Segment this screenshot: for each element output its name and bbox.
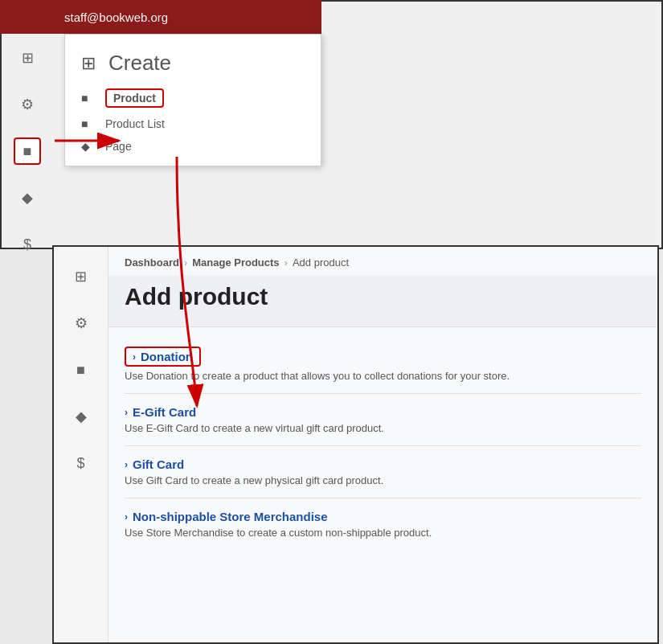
- popup-menu-items: ■ Product ■ Product List ◆ Page: [65, 84, 321, 166]
- product-type-donation: › Donation Use Donation to create a prod…: [125, 335, 641, 394]
- egift-label: E-Gift Card: [133, 405, 196, 419]
- popup-item-product[interactable]: ■ Product: [73, 84, 313, 113]
- popup-create-title: Create: [108, 51, 171, 76]
- nonshippable-label: Non-shippable Store Merchandise: [133, 510, 328, 523]
- popup-page-label: Page: [105, 140, 132, 153]
- page-title: Add product: [125, 283, 641, 310]
- main-panel: ⊞ ⚙ ■ ◆ $ Dashboard › Manage Products › …: [52, 245, 659, 644]
- product-type-egift: › E-Gift Card Use E-Gift Card to create …: [125, 394, 641, 446]
- main-content: Dashboard › Manage Products › Add produc…: [108, 247, 657, 642]
- nonshippable-chevron: ›: [125, 511, 128, 523]
- sidebar-icon-tags[interactable]: ◆: [14, 184, 41, 211]
- breadcrumb-sep-2: ›: [284, 256, 288, 269]
- main-sidebar-products[interactable]: ■: [68, 356, 95, 384]
- egift-link[interactable]: › E-Gift Card: [125, 405, 641, 419]
- egift-desc: Use E-Gift Card to create a new virtual …: [125, 422, 641, 434]
- nonshippable-desc: Use Store Merchandise to create a custom…: [125, 527, 641, 539]
- breadcrumb-dashboard[interactable]: Dashboard: [125, 256, 179, 269]
- giftcard-desc: Use Gift Card to create a new physical g…: [125, 474, 641, 486]
- donation-label: Donation: [141, 350, 193, 363]
- nonshippable-link[interactable]: › Non-shippable Store Merchandise: [125, 510, 641, 523]
- main-sidebar-dollar[interactable]: $: [68, 449, 95, 477]
- sidebar-icon-settings[interactable]: ⚙: [14, 91, 41, 118]
- giftcard-chevron: ›: [125, 459, 128, 470]
- popup-product-icon: ■: [81, 92, 97, 105]
- donation-link[interactable]: › Donation: [125, 347, 201, 367]
- donation-chevron: ›: [133, 351, 136, 363]
- breadcrumb-manage-products[interactable]: Manage Products: [192, 256, 279, 269]
- popup-page-icon: ◆: [81, 140, 97, 153]
- sidebar-icons: ⊞ ⚙ ■ ◆ $: [0, 0, 55, 258]
- main-sidebar: ⊞ ⚙ ■ ◆ $: [54, 247, 108, 642]
- popup-product-list-label: Product List: [105, 117, 165, 130]
- popup-item-page[interactable]: ◆ Page: [73, 135, 313, 158]
- popup-product-label: Product: [105, 88, 164, 108]
- breadcrumb: Dashboard › Manage Products › Add produc…: [108, 247, 657, 275]
- sidebar-icon-dashboard[interactable]: ⊞: [14, 44, 41, 72]
- sidebar-icon-dollar[interactable]: $: [14, 231, 41, 258]
- popup-menu: ⊞ Create ■ Product ■ Product List ◆ Page: [64, 34, 321, 166]
- popup-header-icon: ⊞: [81, 53, 96, 74]
- main-sidebar-tags[interactable]: ◆: [68, 403, 95, 430]
- breadcrumb-sep-1: ›: [184, 256, 187, 269]
- giftcard-link[interactable]: › Gift Card: [125, 457, 641, 471]
- popup-header: ⊞ Create: [65, 35, 321, 84]
- donation-desc: Use Donation to create a product that al…: [125, 370, 641, 382]
- main-sidebar-settings[interactable]: ⚙: [68, 310, 95, 337]
- product-types-list: › Donation Use Donation to create a prod…: [108, 327, 657, 558]
- main-sidebar-dashboard[interactable]: ⊞: [68, 263, 95, 290]
- header-email: staff@bookweb.org: [64, 10, 168, 24]
- product-type-nonshippable: › Non-shippable Store Merchandise Use St…: [125, 498, 641, 550]
- egift-chevron: ›: [125, 407, 128, 418]
- giftcard-label: Gift Card: [133, 457, 184, 471]
- popup-product-list-icon: ■: [81, 117, 97, 130]
- popup-item-product-list[interactable]: ■ Product List: [73, 113, 313, 135]
- page-title-section: Add product: [108, 275, 657, 327]
- sidebar-icon-products[interactable]: ■: [14, 137, 41, 165]
- product-type-giftcard: › Gift Card Use Gift Card to create a ne…: [125, 446, 641, 498]
- breadcrumb-add-product: Add product: [293, 256, 349, 269]
